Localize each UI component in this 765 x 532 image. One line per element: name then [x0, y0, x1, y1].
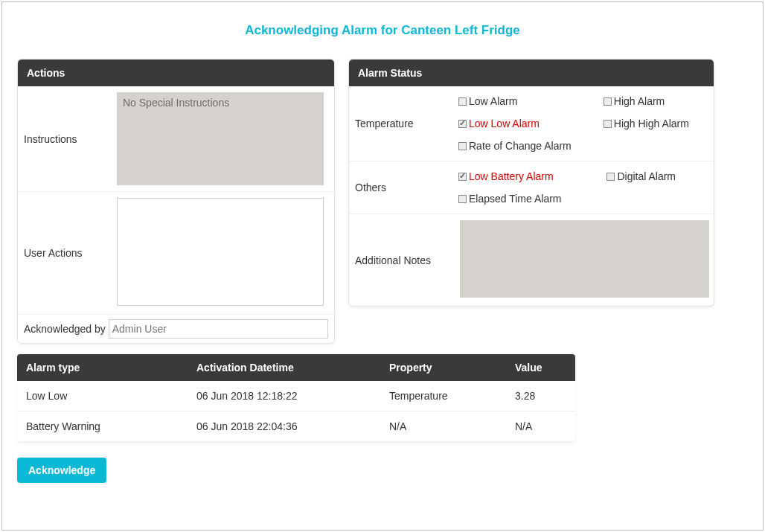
th-activation-datetime: Activation Datetime: [188, 354, 380, 381]
checkbox-icon: [458, 195, 467, 203]
temperature-alarm-check-1[interactable]: High Alarm: [604, 95, 709, 107]
checkbox-icon: [458, 97, 467, 106]
table-row: Low Low06 Jun 2018 12:18:22Temperature3.…: [17, 381, 575, 411]
check-label: High Alarm: [614, 95, 665, 107]
temperature-alarm-check-3[interactable]: High High Alarm: [604, 118, 709, 129]
other-alarm-check-0[interactable]: Low Battery Alarm: [458, 170, 595, 182]
check-label: Digital Alarm: [617, 170, 676, 182]
th-property: Property: [380, 354, 506, 381]
cell-value: N/A: [506, 411, 575, 442]
checkbox-icon: [458, 120, 467, 128]
other-alarm-check-2[interactable]: Elapsed Time Alarm: [458, 193, 595, 205]
actions-panel: Actions Instructions No Special Instruct…: [17, 59, 335, 344]
acknowledged-by-label: Acknowledged by: [24, 323, 106, 335]
cell-type: Low Low: [17, 381, 188, 411]
cell-property: Temperature: [380, 381, 506, 411]
acknowledge-button[interactable]: Acknowledge: [17, 458, 106, 483]
alarm-status-header: Alarm Status: [349, 60, 714, 86]
alarm-status-panel: Alarm Status Temperature Low AlarmHigh A…: [348, 59, 714, 307]
cell-type: Battery Warning: [17, 411, 188, 442]
checkbox-icon: [604, 97, 612, 106]
table-row: Battery Warning06 Jun 2018 22:04:36N/AN/…: [17, 411, 575, 442]
user-actions-textarea[interactable]: [117, 198, 324, 306]
acknowledged-by-input[interactable]: [109, 319, 328, 339]
th-value: Value: [506, 354, 575, 381]
checkbox-icon: [458, 173, 467, 181]
temperature-alarm-check-4[interactable]: Rate of Change Alarm: [458, 140, 592, 152]
user-actions-label: User Actions: [18, 192, 115, 314]
additional-notes-textarea[interactable]: [460, 220, 709, 298]
check-label: Low Alarm: [469, 95, 517, 107]
checkbox-icon: [458, 142, 467, 150]
cell-property: N/A: [380, 411, 506, 442]
temperature-alarm-check-0[interactable]: Low Alarm: [458, 95, 592, 107]
cell-datetime: 06 Jun 2018 12:18:22: [188, 381, 380, 411]
cell-datetime: 06 Jun 2018 22:04:36: [188, 411, 380, 442]
actions-panel-header: Actions: [18, 60, 334, 86]
temperature-alarms-group: Low AlarmHigh AlarmLow Low AlarmHigh Hig…: [454, 86, 714, 161]
check-label: Low Low Alarm: [469, 118, 540, 129]
check-label: High High Alarm: [614, 118, 689, 129]
instructions-box: No Special Instructions: [117, 92, 324, 185]
checkbox-icon: [606, 173, 615, 181]
page-title: Acknowledging Alarm for Canteen Left Fri…: [17, 23, 748, 38]
check-label: Rate of Change Alarm: [469, 140, 572, 152]
other-alarms-group: Low Battery AlarmDigital AlarmElapsed Ti…: [454, 161, 714, 214]
temperature-label: Temperature: [349, 86, 454, 161]
check-label: Low Battery Alarm: [469, 170, 554, 182]
temperature-alarm-check-2[interactable]: Low Low Alarm: [458, 118, 592, 129]
cell-value: 3.28: [506, 381, 575, 411]
other-alarm-check-1[interactable]: Digital Alarm: [606, 170, 709, 182]
others-label: Others: [349, 161, 454, 214]
alarm-table: Alarm type Activation Datetime Property …: [17, 354, 575, 441]
additional-notes-label: Additional Notes: [349, 214, 454, 306]
checkbox-icon: [604, 120, 612, 128]
check-label: Elapsed Time Alarm: [469, 193, 562, 205]
th-alarm-type: Alarm type: [17, 354, 188, 381]
instructions-label: Instructions: [18, 86, 115, 191]
